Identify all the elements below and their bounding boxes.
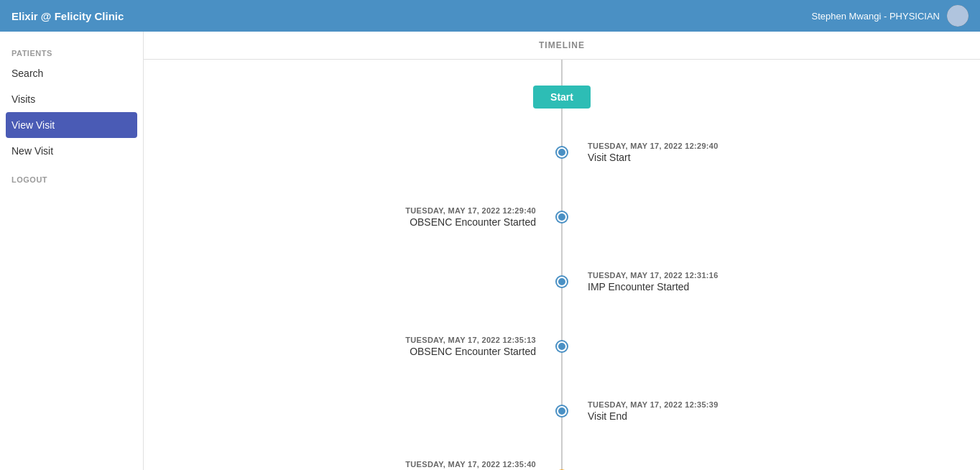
sidebar-item-new-visit[interactable]: New Visit [0, 138, 143, 164]
main-content: TIMELINE Start TUESDAY, MAY 17, 2022 12:… [144, 32, 980, 470]
avatar[interactable] [947, 5, 969, 27]
timeline-body: Start TUESDAY, MAY 17, 2022 12:29:40 Vis… [144, 60, 980, 470]
event-dot [557, 147, 567, 157]
event-timestamp: TUESDAY, MAY 17, 2022 12:35:40 [405, 460, 536, 469]
view-visit-label: View Visit [11, 119, 55, 131]
event-label: IMP Encounter Started [588, 281, 689, 292]
avatar-image [947, 5, 969, 27]
event-left: TUESDAY, MAY 17, 2022 12:35:40 Stephen M… [144, 460, 562, 470]
sidebar: PATIENTS Search Visits View Visit New Vi… [0, 32, 144, 470]
event-dot [557, 277, 567, 287]
start-button[interactable]: Start [533, 86, 591, 109]
timeline-event: TUESDAY, MAY 17, 2022 12:35:40 Stephen M… [144, 443, 980, 470]
event-dot [557, 406, 567, 416]
event-timestamp: TUESDAY, MAY 17, 2022 12:31:16 [588, 271, 718, 280]
app-header: Elixir @ Felicity Clinic Stephen Mwangi … [0, 0, 980, 32]
patients-section-label: PATIENTS [0, 43, 143, 60]
timeline-event: TUESDAY, MAY 17, 2022 12:35:13 OBSENC En… [144, 314, 980, 379]
user-info: Stephen Mwangi - PHYSICIAN [812, 11, 940, 22]
event-dot [557, 212, 567, 222]
event-timestamp: TUESDAY, MAY 17, 2022 12:29:40 [405, 206, 536, 215]
event-right: TUESDAY, MAY 17, 2022 12:29:40 Visit Sta… [562, 142, 980, 163]
sidebar-item-visits[interactable]: Visits [0, 86, 143, 112]
new-visit-label: New Visit [11, 145, 53, 157]
event-left: TUESDAY, MAY 17, 2022 12:29:40 OBSENC En… [144, 206, 562, 228]
sidebar-item-search[interactable]: Search [0, 60, 143, 86]
event-dot [557, 341, 567, 351]
event-right: TUESDAY, MAY 17, 2022 12:31:16 IMP Encou… [562, 271, 980, 292]
event-label: Visit Start [588, 152, 631, 163]
timeline-header: TIMELINE [144, 32, 980, 60]
timeline-event: TUESDAY, MAY 17, 2022 12:29:40 OBSENC En… [144, 185, 980, 249]
event-timestamp: TUESDAY, MAY 17, 2022 12:29:40 [588, 142, 718, 150]
event-left: TUESDAY, MAY 17, 2022 12:35:13 OBSENC En… [144, 336, 562, 357]
event-label: OBSENC Encounter Started [410, 216, 536, 228]
timeline-container: TIMELINE Start TUESDAY, MAY 17, 2022 12:… [144, 32, 980, 470]
timeline-event: TUESDAY, MAY 17, 2022 12:31:16 IMP Encou… [144, 249, 980, 314]
header-user-section: Stephen Mwangi - PHYSICIAN [812, 5, 969, 27]
timeline-event: TUESDAY, MAY 17, 2022 12:35:39 Visit End [144, 379, 980, 443]
event-timestamp: TUESDAY, MAY 17, 2022 12:35:39 [588, 400, 718, 409]
timeline-event: TUESDAY, MAY 17, 2022 12:29:40 Visit Sta… [144, 120, 980, 185]
search-label: Search [11, 68, 43, 79]
event-timestamp: TUESDAY, MAY 17, 2022 12:35:13 [405, 336, 536, 344]
event-label: Visit End [588, 410, 627, 422]
visits-label: Visits [11, 93, 35, 105]
main-layout: PATIENTS Search Visits View Visit New Vi… [0, 32, 980, 470]
logout-section-label: LOGOUT [0, 164, 143, 187]
app-title: Elixir @ Felicity Clinic [11, 10, 124, 22]
sidebar-item-view-visit[interactable]: View Visit [6, 112, 137, 138]
event-label: OBSENC Encounter Started [410, 346, 536, 357]
event-right: TUESDAY, MAY 17, 2022 12:35:39 Visit End [562, 400, 980, 422]
